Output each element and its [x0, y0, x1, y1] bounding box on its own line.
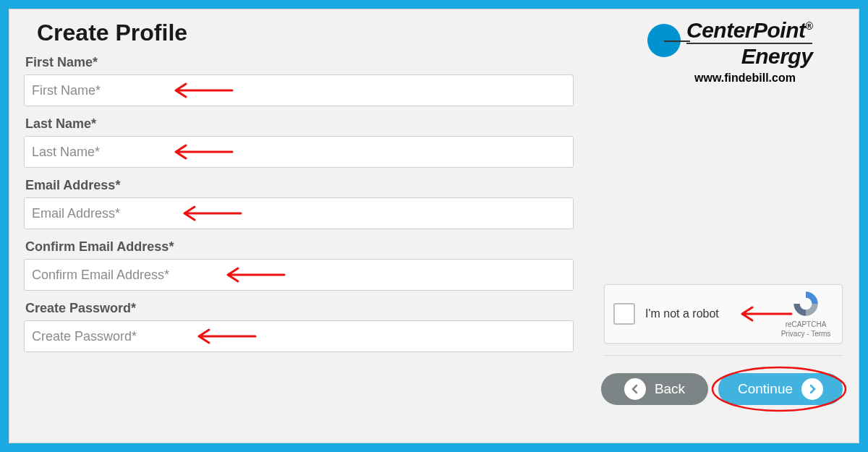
centerpoint-disc-icon: [647, 24, 681, 57]
confirm-email-label: Confirm Email Address*: [25, 239, 574, 255]
recaptcha-widget: I'm not a robot reCAPTCHA Privacy - Term…: [604, 284, 843, 344]
recaptcha-branding: reCAPTCHA Privacy - Terms: [778, 289, 833, 338]
continue-button[interactable]: Continue: [718, 373, 843, 405]
recaptcha-brand-text: reCAPTCHA: [778, 320, 833, 329]
last-name-input[interactable]: [24, 136, 574, 168]
brand-url: www.findebill.com: [647, 72, 843, 85]
recaptcha-terms-link[interactable]: Terms: [811, 330, 830, 338]
last-name-label: Last Name*: [25, 116, 574, 132]
password-label: Create Password*: [25, 301, 574, 316]
first-name-input[interactable]: [24, 74, 574, 106]
email-label: Email Address*: [25, 178, 574, 193]
brand-line2: Energy: [686, 46, 812, 67]
brand-logo: CenterPoint® Energy www.findebill.com: [647, 20, 843, 85]
chevron-right-icon: [801, 378, 823, 400]
button-row: Back Continue: [601, 373, 843, 405]
back-button-label: Back: [655, 381, 685, 397]
page-frame: Create Profile CenterPoint® Energy www.f…: [0, 0, 868, 452]
recaptcha-checkbox[interactable]: [613, 303, 635, 325]
form-column: First Name* Last Name* Email Address*: [24, 55, 574, 352]
registered-mark: ®: [806, 20, 813, 32]
recaptcha-privacy-link[interactable]: Privacy: [781, 330, 805, 338]
password-input[interactable]: [24, 320, 574, 352]
separator: [604, 355, 843, 356]
chevron-left-icon: [624, 378, 646, 400]
form-panel: Create Profile CenterPoint® Energy www.f…: [9, 9, 859, 443]
brand-line1: CenterPoint: [686, 18, 806, 42]
recaptcha-icon: [791, 289, 820, 318]
email-input[interactable]: [24, 197, 574, 229]
back-button[interactable]: Back: [601, 373, 708, 405]
confirm-email-input[interactable]: [24, 259, 574, 291]
continue-button-label: Continue: [738, 381, 793, 397]
first-name-label: First Name*: [25, 55, 574, 70]
recaptcha-label: I'm not a robot: [645, 307, 778, 320]
